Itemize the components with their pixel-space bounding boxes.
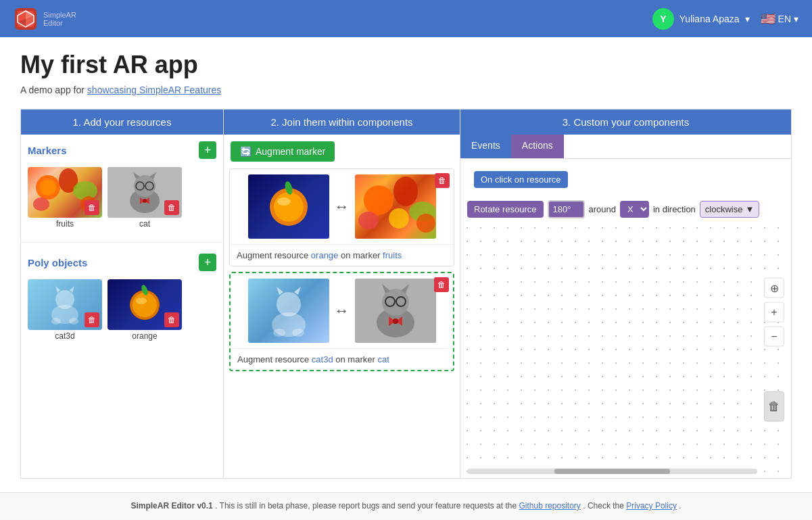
markers-label: Markers (28, 145, 67, 156)
markers-title: Markers + (28, 141, 216, 159)
svg-point-33 (136, 298, 147, 304)
privacy-link-text: Privacy Policy (626, 501, 677, 511)
footer: SimpleAR Editor v0.1 . This is still in … (0, 492, 812, 519)
col2-header: 2. Join them within components (224, 110, 460, 135)
card-marker-img-0 (248, 174, 329, 239)
card-label-mid-1: on marker (335, 354, 377, 364)
page-subtitle: A demo app for showcasing SimpleAR Featu… (20, 85, 792, 95)
card-resource-link-1[interactable]: cat3d (312, 354, 333, 364)
svg-marker-47 (277, 287, 283, 295)
card-marker-link-0[interactable]: fruits (383, 250, 402, 260)
poly-label-orange: orange (108, 331, 182, 341)
col3-header: 3. Custom your components (460, 110, 791, 135)
direction-label: clockwise (705, 204, 743, 214)
orange-card-svg (248, 174, 329, 239)
canvas-controls: ⊕ + − 🗑 (764, 278, 784, 422)
svg-point-32 (133, 293, 157, 317)
svg-point-29 (69, 318, 78, 325)
augment-btn-label: Augment marker (256, 146, 325, 157)
canvas-zoom-in-button[interactable]: + (764, 302, 784, 323)
delete-marker-fruits[interactable]: 🗑 (85, 200, 99, 215)
svg-point-61 (393, 318, 398, 324)
poly-objects-title: Poly objects + (28, 254, 216, 271)
canvas-scrollbar-h[interactable] (467, 469, 757, 474)
tab-events-label: Events (471, 140, 500, 151)
action-direction-value[interactable]: clockwise ▼ (700, 201, 760, 218)
svg-point-28 (51, 318, 61, 325)
poly-item-orange: 🗑 orange (108, 279, 182, 341)
user-menu[interactable]: Y Yuliana Apaza ▾ (652, 8, 750, 30)
header: SimpleAR Editor Y Yuliana Apaza ▾ 🇺🇸 EN … (0, 0, 812, 37)
svg-point-37 (277, 197, 291, 206)
marker-label-cat: cat (108, 219, 182, 229)
svg-point-36 (274, 192, 304, 222)
delete-marker-cat[interactable]: 🗑 (164, 200, 179, 215)
add-poly-button[interactable]: + (199, 254, 216, 271)
section-divider (21, 242, 223, 243)
event-label: On click on resource (481, 174, 561, 185)
card-images-1: ↔ (231, 273, 453, 348)
lang-chevron: ▾ (794, 14, 798, 24)
svg-point-43 (358, 212, 379, 229)
logo-sub: Editor (43, 19, 76, 27)
col1-header: 1. Add your resources (21, 110, 223, 135)
card-label-pre-1: Augment resource (237, 354, 312, 364)
augment-icon: 🔄 (240, 146, 252, 157)
action-around-text: around (589, 204, 616, 214)
svg-point-44 (416, 214, 435, 233)
card-resource-img-0 (355, 174, 436, 239)
events-actions-tabs: Events Actions (460, 135, 791, 159)
delete-component-0[interactable]: 🗑 (435, 173, 450, 188)
lang-menu[interactable]: 🇺🇸 EN ▾ (761, 11, 798, 26)
card-arrow-1: ↔ (335, 302, 350, 320)
poly-objects-section: Poly objects + (21, 247, 223, 350)
poly-thumb-orange: 🗑 (108, 279, 182, 330)
marker-item-fruits: 🗑 fruits (28, 167, 102, 229)
card-label-pre-0: Augment resource (237, 250, 311, 260)
action-direction-text: in direction (653, 204, 696, 214)
tab-events[interactable]: Events (460, 135, 511, 158)
card-label-0: Augment resource orange on marker fruits (230, 244, 454, 266)
svg-marker-48 (294, 287, 301, 295)
component-card-1[interactable]: ↔ (229, 272, 454, 371)
delete-component-1[interactable]: 🗑 (434, 277, 449, 292)
footer-text-mid: . Check the (583, 501, 626, 511)
canvas-center-button[interactable]: ⊕ (764, 278, 784, 298)
tab-actions-label: Actions (522, 140, 553, 151)
delete-poly-cat3d[interactable]: 🗑 (85, 312, 99, 327)
lang-label: EN (778, 14, 791, 24)
event-block[interactable]: On click on resource (474, 171, 568, 188)
marker-thumb-fruits: 🗑 (28, 167, 102, 218)
privacy-link[interactable]: Privacy Policy (626, 501, 677, 511)
action-degrees-input[interactable] (548, 200, 585, 218)
component-card-0[interactable]: ↔ 🗑 Augment resource (229, 168, 454, 266)
canvas-area: ⊕ + − 🗑 (460, 221, 791, 478)
col-resources: 1. Add your resources Markers + (21, 110, 224, 478)
tab-actions[interactable]: Actions (511, 135, 564, 158)
augment-marker-button[interactable]: 🔄 Augment marker (231, 141, 335, 162)
fruits-card-svg (355, 174, 436, 239)
delete-poly-orange[interactable]: 🗑 (164, 312, 179, 327)
user-initial: Y (660, 14, 666, 24)
col-components: 2. Join them within components 🔄 Augment… (224, 110, 460, 478)
marker-item-cat: 🗑 cat (108, 167, 182, 229)
footer-text-pre: . This is still in beta phase, please re… (215, 501, 519, 511)
github-link[interactable]: Github repository (519, 501, 580, 511)
add-marker-button[interactable]: + (199, 141, 216, 159)
action-axis-select[interactable]: X Y Z (620, 201, 649, 218)
canvas-trash-button[interactable]: 🗑 (764, 392, 784, 422)
poly-objects-grid: 🗑 cat3d (28, 277, 216, 344)
footer-text-post: . (679, 501, 681, 511)
scrollbar-thumb (554, 469, 671, 474)
svg-point-42 (389, 208, 409, 229)
card-marker-link-1[interactable]: cat (377, 354, 389, 364)
svg-point-39 (364, 185, 393, 215)
markers-grid: 🗑 fruits (28, 164, 216, 231)
logo: SimpleAR Editor (14, 7, 76, 31)
card-resource-link-0[interactable]: orange (311, 250, 338, 260)
poly-label-cat3d: cat3d (28, 331, 102, 341)
cat3d-card-svg (248, 279, 329, 343)
canvas-zoom-out-button[interactable]: − (764, 327, 784, 347)
svg-point-7 (40, 179, 56, 195)
user-avatar: Y (652, 8, 674, 30)
